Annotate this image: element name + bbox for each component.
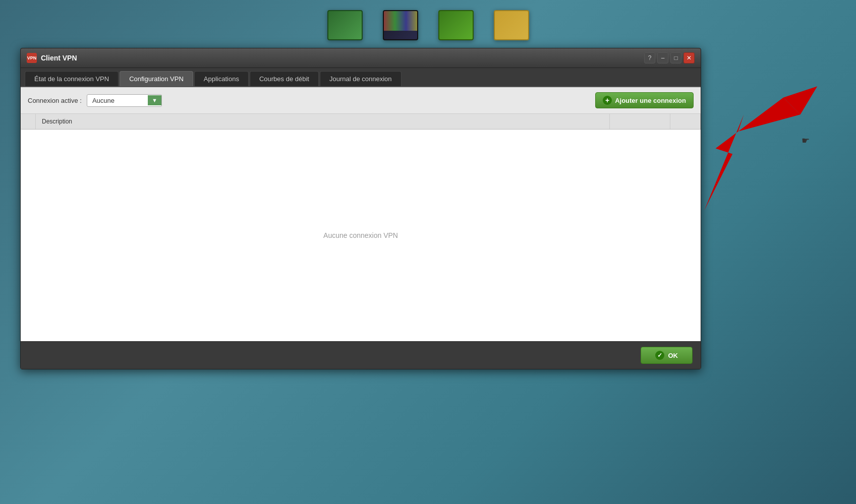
connexion-value: Aucune xyxy=(87,95,148,106)
title-bar-controls: ? – □ ✕ xyxy=(644,52,695,64)
toolbar-row: Connexion active : Aucune ▼ + Ajouter un… xyxy=(21,87,701,114)
ok-button[interactable]: ✓ OK xyxy=(641,347,693,364)
tab-bar: État de la connexion VPN Configuration V… xyxy=(21,68,701,87)
table-empty-message: Aucune connexion VPN xyxy=(21,130,701,341)
taskbar-icon-2[interactable] xyxy=(383,10,418,40)
taskbar xyxy=(327,10,529,40)
col-header-desc: Description xyxy=(36,114,610,129)
taskbar-icon-3[interactable] xyxy=(438,10,474,40)
cursor-pointer: ☛ xyxy=(802,135,810,146)
ok-label: OK xyxy=(668,352,678,359)
close-button[interactable]: ✕ xyxy=(683,52,695,64)
connexion-label: Connexion active : xyxy=(28,97,82,104)
tab-etat[interactable]: État de la connexion VPN xyxy=(25,71,119,86)
ok-icon: ✓ xyxy=(655,351,664,360)
dropdown-arrow-icon[interactable]: ▼ xyxy=(148,95,161,105)
toolbar-left: Connexion active : Aucune ▼ xyxy=(28,94,162,107)
tab-courbes[interactable]: Courbes de débit xyxy=(250,71,319,86)
tab-apps[interactable]: Applications xyxy=(194,71,249,86)
restore-button[interactable]: □ xyxy=(670,52,681,64)
add-connection-button[interactable]: + Ajouter une connexion xyxy=(595,92,694,108)
vpn-logo-icon: VPN xyxy=(27,53,37,63)
table-header: Description xyxy=(21,114,701,130)
add-icon: + xyxy=(603,96,612,105)
add-button-label: Ajouter une connexion xyxy=(615,97,686,104)
window-title: Client VPN xyxy=(41,54,77,62)
vpn-window: VPN Client VPN ? – □ ✕ État de la connex… xyxy=(20,48,701,369)
tab-config[interactable]: Configuration VPN xyxy=(120,71,193,86)
taskbar-icon-4[interactable] xyxy=(494,10,529,40)
title-bar: VPN Client VPN ? – □ ✕ xyxy=(21,48,701,68)
svg-marker-0 xyxy=(704,98,800,211)
col-header-check xyxy=(21,114,36,129)
connexion-dropdown[interactable]: Aucune ▼ xyxy=(87,94,162,107)
col-header-extra xyxy=(610,114,670,129)
taskbar-icon-1[interactable] xyxy=(327,10,363,40)
tab-journal[interactable]: Journal de connexion xyxy=(320,71,402,86)
svg-marker-1 xyxy=(783,86,817,114)
table-area: Description Aucune connexion VPN xyxy=(21,114,701,341)
content-area: Connexion active : Aucune ▼ + Ajouter un… xyxy=(21,87,701,341)
col-header-actions xyxy=(670,114,701,129)
bottom-bar: ✓ OK xyxy=(21,341,701,369)
desktop: VPN Client VPN ? – □ ✕ État de la connex… xyxy=(0,0,856,504)
title-bar-left: VPN Client VPN xyxy=(27,53,77,63)
help-button[interactable]: ? xyxy=(644,52,655,64)
minimize-button[interactable]: – xyxy=(657,52,668,64)
